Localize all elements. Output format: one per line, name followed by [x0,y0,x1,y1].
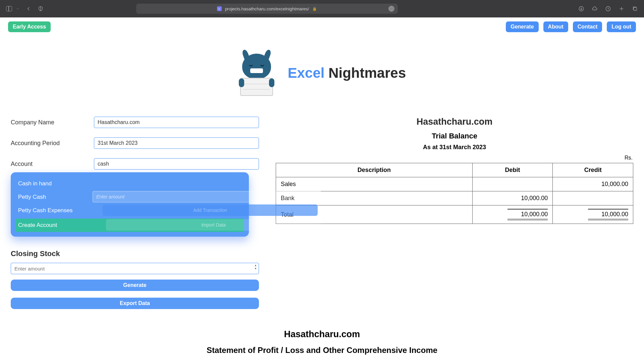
cell-desc: Bank [276,191,473,205]
number-stepper-icon[interactable]: ▲▼ [254,264,257,270]
downloads-icon[interactable] [578,6,584,12]
cell-credit: 10,000.00 [553,177,633,191]
closing-stock-input[interactable] [11,263,259,274]
shield-icon[interactable] [38,6,44,12]
hero-word-2: Nightmares [328,65,406,81]
back-icon[interactable] [25,6,32,12]
second-report: Hasathcharu.com Statement of Profit / Lo… [0,329,644,355]
export-data-button[interactable]: Export Data [11,298,259,309]
new-tab-icon[interactable] [619,6,625,12]
form-column: Company Name Accounting Period Account [11,117,259,309]
tabs-icon[interactable] [632,6,638,12]
lock-icon: 🔒 [312,7,317,11]
hero: Excel Nightmares [0,50,644,97]
nav-contact[interactable]: Contact [573,21,602,32]
dropdown-item-cash-in-hand[interactable]: Cash in hand [15,177,244,190]
chrome-left-controls [6,6,44,12]
report-currency: Rs. [276,155,633,161]
cell-debit [472,177,553,191]
early-access-badge[interactable]: Early Access [8,21,51,32]
cell-total-label: Total [276,205,473,224]
nav-logout[interactable]: Log out [607,21,636,32]
report-title: Trial Balance [276,132,633,140]
url-text: projects.hasathcharu.com/excelnightmares… [225,6,309,11]
cell-debit: 10,000.00 [472,191,553,205]
account-input[interactable] [94,158,259,170]
nav-generate[interactable]: Generate [506,21,538,32]
chevron-down-icon[interactable] [16,7,19,10]
th-debit: Debit [472,163,553,177]
accounting-period-input[interactable] [94,137,259,149]
dropdown-item-petty-cash-expenses[interactable]: Petty Cash Expenses Add Transaction [15,204,244,217]
th-description: Description [276,163,473,177]
second-report-title: Statement of Profit / Loss and Other Com… [0,346,644,355]
table-row: Sales 10,000.00 [276,177,633,191]
table-row-total: Total 10,000.00 10,000.00 [276,205,633,224]
closing-stock-heading: Closing Stock [11,249,259,258]
report-as-at: As at 31st March 2023 [276,144,633,151]
svg-rect-6 [634,7,637,10]
cell-total-debit: 10,000.00 [472,205,553,224]
page-content: Early Access Generate About Contact Log … [0,17,644,362]
cloud-icon[interactable] [592,6,598,12]
monster-logo-icon [238,50,275,97]
company-name-label: Company Name [11,119,94,126]
hero-word-1: Excel [288,65,325,81]
reader-mode-icon[interactable]: ⋯ [388,6,394,12]
report-company-name: Hasathcharu.com [276,117,633,127]
cell-total-credit: 10,000.00 [553,205,633,224]
nav-about[interactable]: About [543,21,568,32]
accounting-period-label: Accounting Period [11,140,94,147]
generate-button[interactable]: Generate [11,280,259,291]
report-column: Hasathcharu.com Trial Balance As at 31st… [276,117,633,309]
url-bar[interactable]: ≡ projects.hasathcharu.com/excelnightmar… [136,4,398,14]
hero-title: Excel Nightmares [288,65,406,81]
account-label: Account [11,161,94,168]
th-credit: Credit [553,163,633,177]
dropdown-item-petty-cash[interactable]: Petty Cash Enter amount [15,190,244,204]
dropdown-create-account[interactable]: Create Account Import Data [15,219,244,232]
cell-credit [553,191,633,205]
sidebar-toggle-icon[interactable] [6,6,12,12]
history-icon[interactable] [605,6,611,12]
trial-balance-table: Description Debit Credit Sales 10,000.00… [276,163,633,224]
favicon-icon: ≡ [217,6,222,11]
second-report-company: Hasathcharu.com [0,329,644,340]
account-autocomplete-dropdown: Cash in hand Petty Cash Enter amount Pet… [11,172,249,237]
table-row: Bank 10,000.00 [276,191,633,205]
app-topbar: Early Access Generate About Contact Log … [0,17,644,36]
cell-desc: Sales [276,177,473,191]
company-name-input[interactable] [94,117,259,128]
chrome-right-controls [578,6,638,12]
browser-chrome: ≡ projects.hasathcharu.com/excelnightmar… [0,0,644,17]
topbar-nav: Generate About Contact Log out [506,21,636,32]
